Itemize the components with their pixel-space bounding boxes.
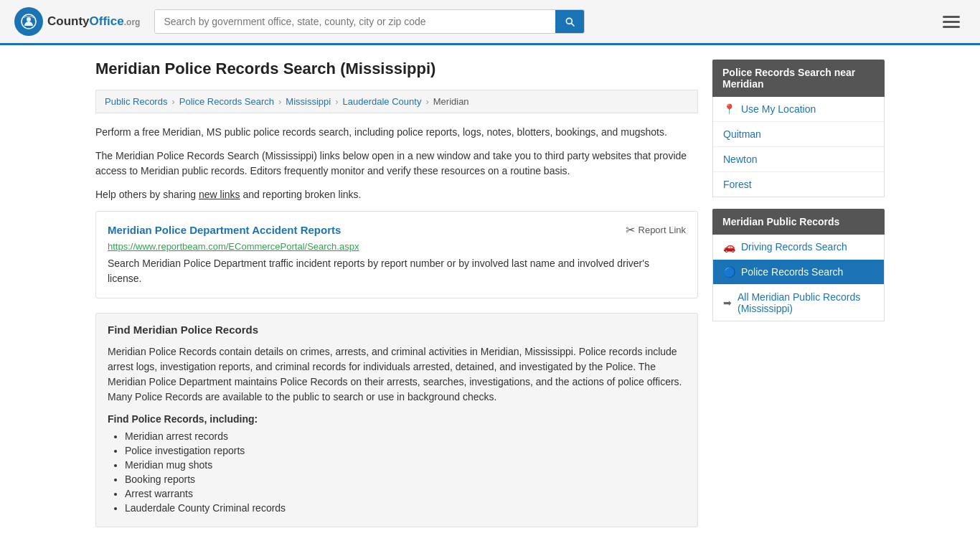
svg-point-1 [27, 17, 31, 22]
content-wrapper: Meridian Police Records Search (Mississi… [81, 45, 899, 551]
sidebar-driving-records[interactable]: 🚗 Driving Records Search [713, 235, 884, 260]
use-my-location-link[interactable]: Use My Location [741, 103, 816, 115]
breadcrumb-public-records[interactable]: Public Records [105, 96, 167, 107]
find-section: Find Meridian Police Records Meridian Po… [95, 313, 698, 527]
sidebar-nearby-quitman[interactable]: Quitman [713, 122, 884, 147]
sidebar-public-records-header: Meridian Public Records [712, 209, 885, 235]
sidebar-all-public-records[interactable]: ➡ All Meridian Public Records (Mississip… [713, 285, 884, 321]
menu-line [943, 16, 960, 18]
breadcrumb: Public Records › Police Records Search ›… [95, 90, 698, 113]
location-pin-icon: 📍 [723, 103, 735, 115]
link-card-title[interactable]: Meridian Police Department Accident Repo… [108, 224, 341, 236]
menu-button[interactable] [937, 13, 966, 31]
find-section-list-heading: Find Police Records, including: [108, 413, 686, 425]
breadcrumb-current: Meridian [433, 96, 469, 107]
nearby-newton-link[interactable]: Newton [723, 154, 757, 165]
intro-para-3-prefix: Help others by sharing [95, 189, 199, 200]
car-icon: 🚗 [723, 241, 735, 253]
intro-para-2: The Meridian Police Records Search (Miss… [95, 149, 698, 179]
list-item: Arrest warrants [125, 488, 686, 499]
breadcrumb-sep: › [278, 96, 281, 107]
report-link-button[interactable]: ✂ Report Link [626, 223, 686, 237]
intro-para-1: Perform a free Meridian, MS public polic… [95, 125, 698, 140]
nearby-forest-link[interactable]: Forest [723, 179, 752, 190]
sidebar-nearby-header: Police Records Search near Meridian [712, 60, 885, 97]
sidebar-police-records[interactable]: 🔵 Police Records Search [713, 260, 884, 285]
sidebar-public-records-body: 🚗 Driving Records Search 🔵 Police Record… [712, 235, 885, 321]
logo-text-area: CountyOffice.org [47, 14, 140, 29]
report-link-label: Report Link [639, 225, 686, 235]
scissors-icon: ✂ [626, 223, 635, 237]
breadcrumb-mississippi[interactable]: Mississippi [286, 96, 331, 107]
arrow-icon: ➡ [723, 297, 732, 309]
find-list: Meridian arrest recordsPolice investigat… [108, 430, 686, 514]
sidebar-use-location[interactable]: 📍 Use My Location [713, 97, 884, 122]
site-logo[interactable]: CountyOffice.org [14, 7, 140, 36]
sidebar: Police Records Search near Meridian 📍 Us… [712, 60, 885, 539]
breadcrumb-sep: › [171, 96, 174, 107]
menu-line [943, 21, 960, 23]
breadcrumb-sep: › [425, 96, 428, 107]
driving-records-link[interactable]: Driving Records Search [741, 241, 847, 253]
breadcrumb-lauderdale[interactable]: Lauderdale County [343, 96, 422, 107]
find-section-para: Meridian Police Records contain details … [108, 344, 686, 405]
logo-icon [14, 7, 43, 36]
shield-icon: 🔵 [723, 266, 735, 278]
main-content: Meridian Police Records Search (Mississi… [95, 60, 698, 539]
site-header: CountyOffice.org [0, 0, 980, 45]
link-card-url[interactable]: https://www.reportbeam.com/ECommercePort… [108, 241, 686, 252]
sidebar-nearby-section: Police Records Search near Meridian 📍 Us… [712, 60, 885, 197]
intro-para-3-suffix: and reporting broken links. [240, 189, 362, 200]
sidebar-nearby-newton[interactable]: Newton [713, 147, 884, 172]
breadcrumb-police-records-search[interactable]: Police Records Search [179, 96, 274, 107]
intro-para-3: Help others by sharing new links and rep… [95, 187, 698, 202]
list-item: Meridian mug shots [125, 459, 686, 471]
page-title: Meridian Police Records Search (Mississi… [95, 60, 698, 78]
list-item: Booking reports [125, 474, 686, 485]
link-card-header: Meridian Police Department Accident Repo… [108, 223, 686, 237]
list-item: Police investigation reports [125, 445, 686, 456]
find-section-heading: Find Meridian Police Records [108, 324, 686, 336]
all-public-records-link[interactable]: All Meridian Public Records (Mississippi… [738, 291, 874, 314]
nearby-quitman-link[interactable]: Quitman [723, 128, 761, 140]
list-item: Meridian arrest records [125, 430, 686, 442]
new-links-link[interactable]: new links [199, 189, 240, 200]
search-bar [154, 9, 585, 34]
sidebar-public-records-section: Meridian Public Records 🚗 Driving Record… [712, 209, 885, 321]
sidebar-nearby-body: 📍 Use My Location Quitman Newton Forest [712, 97, 885, 197]
search-button[interactable] [555, 10, 584, 33]
link-card: Meridian Police Department Accident Repo… [95, 211, 698, 298]
police-records-label: Police Records Search [741, 266, 843, 278]
menu-line [943, 26, 960, 28]
sidebar-nearby-forest[interactable]: Forest [713, 172, 884, 197]
breadcrumb-sep: › [335, 96, 338, 107]
list-item: Lauderdale County Criminal records [125, 502, 686, 514]
link-card-desc: Search Meridian Police Department traffi… [108, 256, 686, 286]
search-input[interactable] [155, 10, 555, 33]
